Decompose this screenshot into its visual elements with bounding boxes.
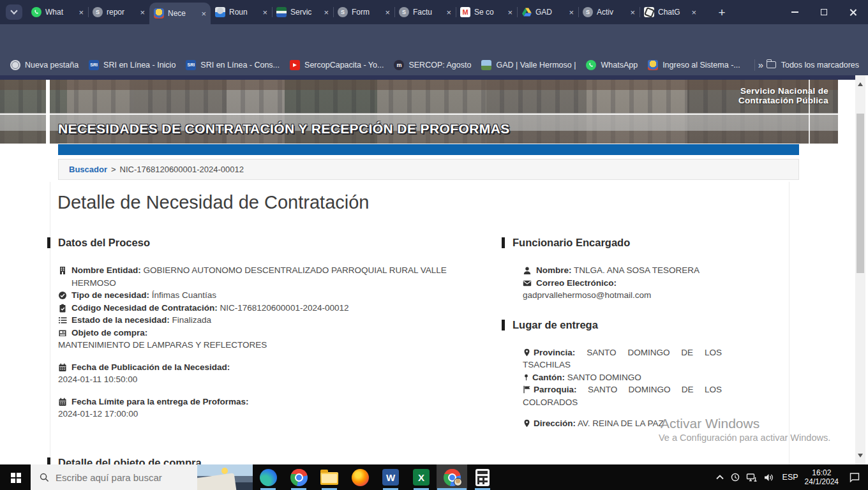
page-scrollbar[interactable] bbox=[855, 75, 865, 464]
network-icon[interactable] bbox=[746, 473, 758, 482]
field-label: Tipo de necesidad: bbox=[71, 290, 149, 300]
close-button[interactable] bbox=[839, 0, 868, 24]
next-section-heading: Detalle del objeto de compra bbox=[58, 457, 202, 464]
browser-tab[interactable]: Roun × bbox=[211, 0, 272, 24]
search-icon bbox=[40, 473, 49, 482]
field-row: Fecha Límite para la entrega de Proforma… bbox=[58, 396, 483, 408]
google-drive-icon bbox=[521, 7, 532, 17]
minimize-button[interactable] bbox=[780, 0, 809, 24]
windows-taskbar: W X ESP 16:02 24/1/2024 bbox=[0, 464, 868, 490]
new-tab-button[interactable]: + bbox=[714, 4, 730, 21]
scroll-down-icon[interactable] bbox=[858, 454, 863, 460]
field-label: Cantón: bbox=[532, 373, 565, 382]
browser-tab[interactable]: S Activ × bbox=[578, 0, 640, 24]
taskbar-app-chrome[interactable] bbox=[283, 464, 314, 490]
tab-search-button[interactable] bbox=[6, 4, 22, 20]
datos-proceso-section: Datos del Proceso Nombre Entidad: GOBIER… bbox=[58, 237, 483, 420]
notification-center-icon[interactable] bbox=[849, 472, 860, 482]
browser-tab[interactable]: Servic × bbox=[272, 0, 333, 24]
calendar-icon bbox=[58, 397, 67, 406]
gmail-icon: M bbox=[460, 7, 470, 17]
taskbar-search[interactable] bbox=[31, 464, 197, 490]
screen: { "browser": { "tabs": [ { "label": "Wha… bbox=[0, 0, 868, 490]
agency-name: Servicio Nacional de Contratación Públic… bbox=[738, 86, 828, 105]
tab-close-icon[interactable]: × bbox=[569, 8, 574, 17]
system-tray: ESP 16:02 24/1/2024 bbox=[715, 464, 868, 490]
tab-close-icon[interactable]: × bbox=[385, 8, 390, 17]
clock-sync-icon[interactable] bbox=[730, 472, 740, 482]
browser-tab[interactable]: What × bbox=[27, 0, 88, 24]
tab-close-icon[interactable]: × bbox=[201, 10, 206, 18]
start-button[interactable] bbox=[0, 464, 31, 490]
moodle-icon: m bbox=[394, 60, 404, 70]
tab-close-icon[interactable]: × bbox=[446, 8, 451, 17]
tab-close-icon[interactable]: × bbox=[630, 8, 635, 17]
objeto-compra-value: MANTENIMIENTO DE LAMPARAS Y REFLECTORES bbox=[58, 339, 483, 352]
tab-title: Nece bbox=[168, 9, 197, 18]
volume-icon[interactable] bbox=[763, 473, 774, 482]
clipboard-icon bbox=[58, 304, 67, 313]
tab-close-icon[interactable]: × bbox=[507, 8, 513, 17]
browser-tab[interactable]: ChatG × bbox=[640, 0, 701, 24]
browser-tab[interactable]: S repor × bbox=[88, 0, 149, 24]
window-controls bbox=[780, 0, 868, 24]
field-label: Nombre Entidad: bbox=[71, 265, 141, 275]
tab-close-icon[interactable]: × bbox=[140, 8, 145, 17]
taskbar-app-file-explorer[interactable] bbox=[314, 464, 345, 490]
tab-close-icon[interactable]: × bbox=[691, 8, 696, 17]
flag-icon bbox=[523, 385, 531, 394]
search-input[interactable] bbox=[56, 472, 183, 483]
news-widget[interactable] bbox=[197, 464, 253, 490]
tab-close-icon[interactable]: × bbox=[324, 8, 329, 17]
tab-title: Form bbox=[352, 8, 381, 17]
taskbar-app-calculator[interactable] bbox=[467, 464, 498, 490]
language-indicator[interactable]: ESP bbox=[782, 473, 798, 482]
hidden-icons-chevron[interactable] bbox=[715, 474, 724, 480]
bookmark-item[interactable]: SRISRI en Línea - Cons... bbox=[186, 60, 280, 70]
all-bookmarks[interactable]: Todos los marcadores bbox=[754, 59, 859, 71]
bookmark-item[interactable]: mSERCOP: Agosto bbox=[394, 60, 471, 70]
taskbar-app-chrome-profile-active[interactable] bbox=[437, 464, 467, 490]
breadcrumb: Buscador > NIC-1768120600001-2024-00012 bbox=[58, 159, 799, 180]
section-heading: Datos del Proceso bbox=[58, 237, 483, 249]
browser-tab-active[interactable]: Nece × bbox=[149, 3, 211, 24]
section-marker bbox=[502, 237, 505, 248]
field-value: TNLGA. ANA SOSA TESORERA bbox=[574, 265, 700, 275]
bookmark-item[interactable]: Nueva pestaña bbox=[10, 60, 79, 70]
correo-value: gadprvallehermoso@hotmail.com bbox=[523, 289, 733, 302]
browser-tab[interactable]: S Factu × bbox=[394, 0, 456, 24]
scrollbar-thumb[interactable] bbox=[857, 114, 864, 273]
section-heading: Lugar de entrega bbox=[513, 319, 733, 331]
breadcrumb-current: NIC-1768120600001-2024-00012 bbox=[120, 165, 244, 174]
taskbar-clock[interactable]: 16:02 24/1/2024 bbox=[805, 468, 839, 486]
breadcrumb-link-buscador[interactable]: Buscador bbox=[69, 165, 107, 174]
maximize-button[interactable] bbox=[809, 0, 839, 24]
tab-title: GAD bbox=[535, 8, 565, 17]
bookmark-item[interactable]: WhatsApp bbox=[586, 60, 638, 70]
taskbar-app-excel[interactable]: X bbox=[406, 464, 437, 490]
maximize-icon bbox=[821, 9, 827, 15]
building-icon bbox=[58, 266, 67, 275]
bookmark-item[interactable]: Ingreso al Sistema -... bbox=[648, 60, 740, 70]
tabs-container: What × S repor × Nece × Roun × Servic × … bbox=[27, 0, 701, 24]
bookmark-item[interactable]: GAD | Valle Hermoso | bbox=[481, 60, 576, 70]
tab-title: Factu bbox=[413, 8, 442, 17]
whatsapp-icon bbox=[586, 60, 596, 70]
taskbar-app-firefox[interactable] bbox=[345, 464, 375, 490]
profile-avatar-badge bbox=[454, 478, 462, 486]
excel-icon: X bbox=[413, 469, 430, 486]
browser-tab[interactable]: M Se co × bbox=[456, 0, 517, 24]
scroll-up-icon[interactable] bbox=[858, 80, 863, 86]
section-marker bbox=[502, 320, 505, 330]
bookmark-item[interactable]: SRISRI en Línea - Inicio bbox=[89, 60, 176, 70]
taskbar-app-edge[interactable] bbox=[253, 464, 283, 490]
fecha-publicacion-value: 2024-01-11 10:50:00 bbox=[58, 373, 483, 386]
field-label: Parroquia: bbox=[534, 385, 577, 394]
taskbar-app-word[interactable]: W bbox=[375, 464, 406, 490]
browser-tab[interactable]: GAD × bbox=[517, 0, 578, 24]
tab-close-icon[interactable]: × bbox=[79, 8, 84, 17]
tab-close-icon[interactable]: × bbox=[262, 8, 267, 17]
field-value: AV. REINA DE LA PAZ bbox=[578, 419, 664, 428]
bookmark-item[interactable]: SercopCapacita - Yo... bbox=[290, 60, 384, 70]
browser-tab[interactable]: S Form × bbox=[333, 0, 394, 24]
